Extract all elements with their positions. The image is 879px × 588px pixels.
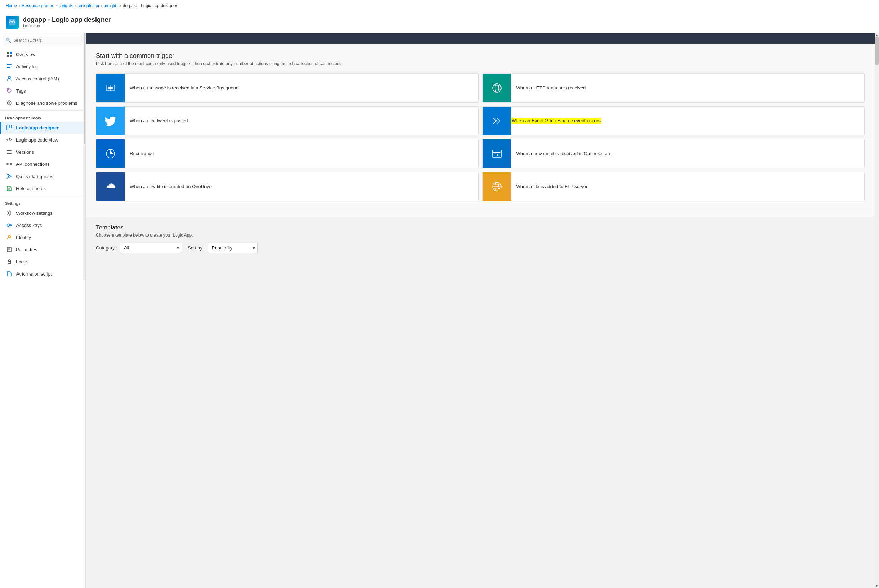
sort-select-wrap: PopularityLatestAlphabetical [208,243,258,253]
event-grid-icon [483,106,511,135]
svg-point-11 [8,89,9,90]
sidebar-item-locks[interactable]: Locks [0,256,86,268]
onedrive-icon [96,172,125,201]
sidebar-item-access-control[interactable]: Access control (IAM) [0,72,86,85]
sidebar-search-area: 🔍 [0,33,86,48]
trigger-card-ftp[interactable]: When a file is added to FTP server [482,172,865,201]
svg-point-20 [8,212,10,214]
breadcrumb: Home › Resource groups › ainights › aini… [0,0,879,12]
sort-filter-group: Sort by : PopularityLatestAlphabetical [188,243,258,253]
sidebar-item-overview[interactable]: Overview [0,48,86,60]
dark-header-bar [86,33,875,44]
trigger-card-outlook[interactable]: o When a new email is received in Outloo… [482,139,865,168]
sidebar-item-access-keys[interactable]: Access keys [0,219,86,231]
right-scrollbar[interactable]: ▲ ▼ [875,33,879,588]
trigger-card-twitter[interactable]: When a new tweet is posted [96,106,478,135]
code-view-icon [6,136,12,143]
overview-icon [6,51,12,57]
sidebar-item-release-notes[interactable]: Release notes [0,182,86,195]
svg-rect-8 [7,66,12,66]
workflow-settings-icon [6,210,12,216]
sort-select[interactable]: PopularityLatestAlphabetical [208,243,258,253]
app-header: dogapp - Logic app designer Logic app [0,12,879,33]
breadcrumb-ainights2[interactable]: ainights [104,3,118,8]
sidebar-item-versions[interactable]: Versions [0,146,86,158]
properties-label: Properties [16,247,37,252]
outlook-icon: o [483,140,511,168]
app-icon [6,16,19,28]
tags-icon [6,88,12,94]
app-header-text: dogapp - Logic app designer Logic app [23,16,111,28]
sidebar-item-code-view[interactable]: Logic app code view [0,134,86,146]
breadcrumb-resource-groups[interactable]: Resource groups [21,3,54,8]
sidebar-item-automation-script[interactable]: Automation script [0,268,86,280]
twitter-icon [96,106,125,135]
identity-label: Identity [16,235,31,240]
quick-start-icon [6,173,12,180]
svg-point-2 [14,21,15,22]
versions-icon [6,149,12,155]
workflow-settings-label: Workflow settings [16,210,52,216]
svg-rect-3 [7,52,9,54]
logic-app-designer-label: Logic app designer [16,125,58,130]
category-select-wrap: AllAI + Machine LearningBusiness Product… [120,243,182,253]
trigger-grid: When a message is received in a Service … [96,73,865,201]
page-subtitle: Logic app [23,24,111,28]
sidebar-item-identity[interactable]: Identity [0,231,86,243]
sort-label: Sort by : [188,245,205,250]
sidebar: 🔍 Overview Activity log [0,33,86,588]
sidebar-item-api-connections[interactable]: API connections [0,158,86,170]
search-icon: 🔍 [6,38,11,43]
release-notes-icon [6,185,12,192]
svg-rect-9 [7,67,10,68]
templates-title: Templates [96,224,865,231]
sidebar-item-workflow-settings[interactable]: Workflow settings [0,207,86,219]
trigger-section-desc: Pick from one of the most commonly used … [96,61,865,66]
trigger-card-http[interactable]: When a HTTP request is received [482,73,865,103]
template-filters: Category : AllAI + Machine LearningBusin… [96,243,865,253]
quick-start-label: Quick start guides [16,174,53,179]
breadcrumb-ainightsstor[interactable]: ainightsstor [78,3,99,8]
scroll-up-arrow[interactable]: ▲ [875,33,879,37]
sidebar-item-activity-log[interactable]: Activity log [0,60,86,72]
trigger-card-event-grid[interactable]: When an Event Grid resource event occurs [482,106,865,135]
automation-script-label: Automation script [16,271,52,277]
svg-rect-6 [10,55,12,57]
identity-icon [6,234,12,240]
ftp-icon [483,172,511,201]
trigger-card-recurrence[interactable]: Recurrence [96,139,478,168]
sidebar-item-logic-app-designer[interactable]: Logic app designer [0,122,86,134]
trigger-card-service-bus[interactable]: When a message is received in a Service … [96,73,478,103]
properties-icon [6,246,12,253]
service-bus-label: When a message is received in a Service … [125,81,243,95]
svg-rect-14 [10,125,12,128]
service-bus-icon [96,74,125,102]
automation-script-icon [6,271,12,277]
category-select[interactable]: AllAI + Machine LearningBusiness Product… [120,243,182,253]
sidebar-item-diagnose[interactable]: Diagnose and solve problems [0,97,86,109]
sidebar-item-properties[interactable]: Properties [0,243,86,256]
outlook-label: When a new email is received in Outlook.… [511,147,615,160]
breadcrumb-home[interactable]: Home [6,3,17,8]
svg-point-1 [9,21,10,22]
activity-log-icon [6,63,12,70]
category-filter-group: Category : AllAI + Machine LearningBusin… [96,243,182,253]
page-title: dogapp - Logic app designer [23,16,111,24]
diagnose-label: Diagnose and solve problems [16,100,77,106]
designer-icon [6,124,12,131]
search-input[interactable] [4,36,82,45]
api-connections-label: API connections [16,162,50,167]
sidebar-item-quick-start[interactable]: Quick start guides [0,170,86,182]
right-scroll-thumb[interactable] [875,36,879,65]
http-icon [483,74,511,102]
scroll-down-arrow[interactable]: ▼ [875,584,879,588]
trigger-card-onedrive[interactable]: When a new file is created on OneDrive [96,172,478,201]
api-connections-icon [6,161,12,167]
main-layout: 🔍 Overview Activity log [0,33,879,588]
sidebar-item-tags[interactable]: Tags [0,85,86,97]
release-notes-label: Release notes [16,186,46,191]
breadcrumb-ainights[interactable]: ainights [58,3,73,8]
svg-rect-17 [7,153,12,154]
svg-rect-24 [8,261,11,264]
recurrence-label: Recurrence [125,147,159,160]
